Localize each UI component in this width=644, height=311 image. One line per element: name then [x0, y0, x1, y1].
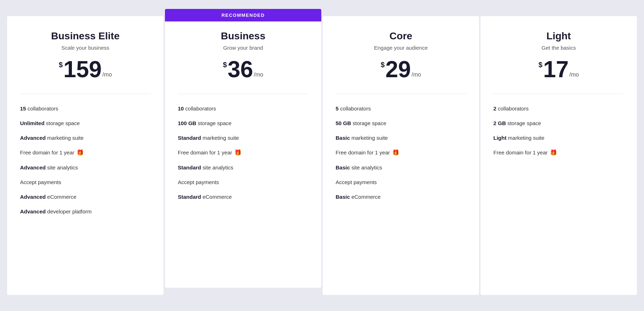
- price-period: /mo: [569, 71, 579, 78]
- feature-item: Accept payments: [20, 175, 151, 189]
- feature-text: eCommerce: [46, 194, 77, 200]
- feature-bold: 100 GB: [178, 120, 196, 126]
- plan-card-core: Core Engage your audience $ 29 /mo 5 col…: [323, 16, 479, 295]
- feature-text: Accept payments: [336, 179, 377, 185]
- plan-card-business-elite: Business Elite Scale your business $ 159…: [7, 16, 164, 295]
- price-period: /mo: [254, 71, 263, 78]
- currency-symbol: $: [381, 61, 385, 69]
- feature-item: Free domain for 1 year🎁: [336, 145, 466, 160]
- plan-price: $ 17 /mo: [493, 58, 624, 81]
- feature-item: Basic site analytics: [336, 160, 466, 175]
- feature-item: Free domain for 1 year🎁: [20, 145, 151, 160]
- currency-symbol: $: [223, 61, 227, 69]
- feature-bold: Light: [493, 135, 507, 141]
- gift-icon: 🎁: [77, 149, 84, 157]
- feature-text: Free domain for 1 year: [336, 149, 390, 156]
- feature-item: Free domain for 1 year🎁: [493, 145, 624, 160]
- features-list: 15 collaboratorsUnlimited storage spaceA…: [20, 94, 151, 219]
- feature-bold: Advanced: [20, 135, 46, 141]
- feature-item: Standard marketing suite: [178, 130, 308, 145]
- feature-text: marketing suite: [46, 135, 84, 141]
- plan-price: $ 36 /mo: [178, 58, 308, 81]
- feature-text: collaborators: [496, 105, 528, 112]
- feature-item: Advanced marketing suite: [20, 130, 151, 145]
- feature-bold: Basic: [336, 164, 350, 171]
- feature-item: Accept payments: [336, 175, 466, 189]
- feature-text: site analytics: [201, 164, 233, 171]
- feature-item: Advanced site analytics: [20, 160, 151, 175]
- feature-bold: Basic: [336, 135, 350, 141]
- plan-name: Core: [336, 30, 466, 42]
- feature-item: Advanced developer platform: [20, 204, 151, 219]
- feature-item: 10 collaborators: [178, 101, 308, 116]
- feature-bold: Standard: [178, 194, 201, 200]
- price-amount: 36: [228, 58, 253, 81]
- feature-text: marketing suite: [350, 135, 388, 141]
- feature-text: Accept payments: [178, 179, 219, 185]
- feature-item: 15 collaborators: [20, 101, 151, 116]
- feature-item: Standard eCommerce: [178, 189, 308, 204]
- feature-item: 2 collaborators: [493, 101, 624, 116]
- feature-text: marketing suite: [507, 135, 545, 141]
- feature-bold: Standard: [178, 164, 201, 171]
- features-list: 5 collaborators50 GB storage spaceBasic …: [336, 94, 466, 204]
- feature-text: storage space: [351, 120, 386, 126]
- feature-text: marketing suite: [201, 135, 239, 141]
- feature-text: collaborators: [26, 105, 58, 112]
- currency-symbol: $: [59, 61, 63, 69]
- plan-tagline: Engage your audience: [336, 45, 466, 51]
- feature-item: 50 GB storage space: [336, 116, 466, 130]
- plan-price: $ 159 /mo: [20, 58, 151, 81]
- plan-name: Business Elite: [20, 30, 151, 42]
- features-list: 10 collaborators100 GB storage spaceStan…: [178, 94, 308, 204]
- feature-text: eCommerce: [350, 194, 381, 200]
- price-amount: 29: [385, 58, 411, 81]
- plan-name: Light: [493, 30, 624, 42]
- feature-bold: 15: [20, 105, 26, 112]
- feature-text: eCommerce: [201, 194, 232, 200]
- feature-bold: Advanced: [20, 164, 46, 171]
- feature-item: Accept payments: [178, 175, 308, 189]
- plan-card-light: Light Get the basics $ 17 /mo 2 collabor…: [480, 16, 637, 295]
- feature-bold: 10: [178, 105, 184, 112]
- feature-text: storage space: [44, 120, 79, 126]
- price-amount: 17: [543, 58, 569, 81]
- feature-text: storage space: [506, 120, 541, 126]
- feature-item: Free domain for 1 year🎁: [178, 145, 308, 160]
- feature-item: 100 GB storage space: [178, 116, 308, 130]
- feature-text: collaborators: [184, 105, 216, 112]
- feature-item: Standard site analytics: [178, 160, 308, 175]
- price-period: /mo: [102, 71, 112, 78]
- feature-text: collaborators: [338, 105, 371, 112]
- pricing-table: Business Elite Scale your business $ 159…: [7, 16, 637, 295]
- feature-text: Free domain for 1 year: [20, 149, 74, 156]
- feature-text: site analytics: [46, 164, 78, 171]
- feature-text: developer platform: [46, 208, 92, 214]
- feature-bold: Basic: [336, 194, 350, 200]
- feature-item: 2 GB storage space: [493, 116, 624, 130]
- feature-text: Free domain for 1 year: [493, 149, 548, 156]
- gift-icon: 🎁: [392, 149, 399, 157]
- feature-bold: Advanced: [20, 208, 46, 214]
- feature-item: Light marketing suite: [493, 130, 624, 145]
- feature-text: storage space: [196, 120, 231, 126]
- features-list: 2 collaborators2 GB storage spaceLight m…: [493, 94, 624, 160]
- feature-item: Unlimited storage space: [20, 116, 151, 130]
- feature-bold: Advanced: [20, 194, 46, 200]
- currency-symbol: $: [538, 61, 542, 69]
- plan-tagline: Grow your brand: [178, 45, 308, 51]
- feature-text: site analytics: [350, 164, 382, 171]
- feature-bold: Unlimited: [20, 120, 44, 126]
- feature-item: 5 collaborators: [336, 101, 466, 116]
- feature-text: Accept payments: [20, 179, 61, 185]
- plan-name: Business: [178, 30, 308, 42]
- feature-bold: 2 GB: [493, 120, 506, 126]
- plan-tagline: Get the basics: [493, 45, 624, 51]
- feature-bold: 50 GB: [336, 120, 351, 126]
- gift-icon: 🎁: [550, 149, 557, 157]
- feature-item: Basic eCommerce: [336, 189, 466, 204]
- plan-card-business: RECOMMENDED Business Grow your brand $ 3…: [165, 9, 321, 288]
- recommended-badge: RECOMMENDED: [165, 9, 321, 21]
- gift-icon: 🎁: [234, 149, 241, 157]
- feature-item: Basic marketing suite: [336, 130, 466, 145]
